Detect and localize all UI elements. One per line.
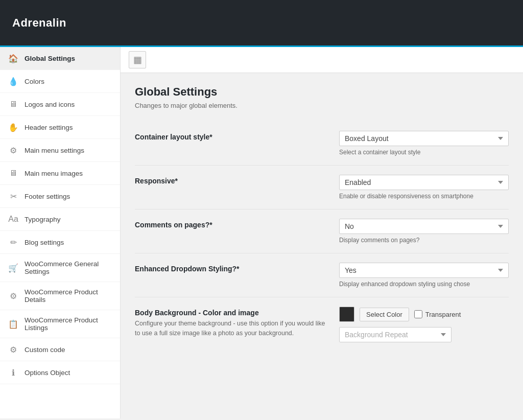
- sidebar-item-blog-settings[interactable]: ✏Blog settings: [0, 231, 120, 254]
- woocommerce-general-icon: 🛒: [8, 263, 18, 273]
- sidebar-item-logos-icons[interactable]: 🖥Logos and icons: [0, 93, 120, 116]
- header-settings-icon: ✋: [8, 122, 18, 132]
- main-content: Global Settings Changes to major global …: [121, 73, 523, 364]
- sidebar-item-label: Blog settings: [25, 239, 64, 246]
- settings-row-responsive: Responsive*EnabledDisabledEnable or disa…: [135, 165, 509, 209]
- sidebar-item-label: WooCommerce Product Details: [25, 288, 112, 304]
- sidebar-item-label: Main menu images: [25, 170, 83, 177]
- settings-row-enhanced-dropdown: Enhanced Dropdown Styling?*YesNoDisplay …: [135, 253, 509, 297]
- main-layout: 🏠Global Settings💧Colors🖥Logos and icons✋…: [0, 47, 523, 418]
- sidebar-item-label: Header settings: [25, 124, 73, 131]
- main-menu-images-icon: 🖥: [8, 168, 18, 178]
- settings-row-container-layout: Container layout style*Boxed LayoutFull …: [135, 122, 509, 165]
- sidebar-item-label: WooCommerce Product Listings: [25, 316, 112, 332]
- logos-icons-icon: 🖥: [8, 99, 18, 109]
- colors-icon: 💧: [8, 76, 18, 86]
- sidebar-item-label: Typography: [25, 216, 61, 223]
- sidebar-item-woocommerce-general[interactable]: 🛒WooCommerce General Settings: [0, 254, 120, 282]
- app-title: Adrenalin: [12, 16, 66, 30]
- options-object-icon: ℹ: [8, 367, 18, 378]
- responsive-select[interactable]: EnabledDisabled: [339, 175, 509, 190]
- comments-on-pages-label: Comments on pages?*: [135, 221, 329, 229]
- sidebar-item-label: Custom code: [25, 346, 65, 354]
- bg-repeat-select[interactable]: Background Repeatno-repeatrepeatrepeat-x…: [339, 327, 451, 342]
- enhanced-dropdown-hint: Display enhanced dropdown styling using …: [339, 281, 509, 288]
- sidebar: 🏠Global Settings💧Colors🖥Logos and icons✋…: [0, 47, 121, 418]
- page-subtitle: Changes to major global elements.: [135, 102, 509, 109]
- comments-on-pages-hint: Display comments on pages?: [339, 237, 509, 244]
- sidebar-item-label: Global Settings: [25, 55, 75, 62]
- container-layout-select[interactable]: Boxed LayoutFull Width Layout: [339, 131, 509, 146]
- grid-icon: ▦: [133, 54, 142, 65]
- body-background-desc: Configure your theme background - use th…: [135, 319, 329, 338]
- container-layout-hint: Select a container layout style: [339, 149, 509, 156]
- settings-container: Container layout style*Boxed LayoutFull …: [135, 122, 509, 352]
- main-toolbar: ▦: [121, 47, 523, 73]
- sidebar-item-global-settings[interactable]: 🏠Global Settings: [0, 47, 120, 70]
- transparent-label: Transparent: [414, 310, 461, 318]
- sidebar-item-colors[interactable]: 💧Colors: [0, 70, 120, 93]
- transparent-checkbox[interactable]: [414, 310, 422, 318]
- container-layout-label: Container layout style*: [135, 133, 329, 141]
- sidebar-item-label: Logos and icons: [25, 101, 75, 108]
- global-settings-icon: 🏠: [8, 53, 18, 63]
- responsive-hint: Enable or disable responsiveness on smar…: [339, 193, 509, 200]
- sidebar-item-label: Footer settings: [25, 193, 70, 200]
- enhanced-dropdown-select[interactable]: YesNo: [339, 263, 509, 278]
- select-color-button[interactable]: Select Color: [360, 308, 409, 321]
- sidebar-item-label: Main menu settings: [25, 147, 84, 154]
- custom-code-icon: ⚙: [8, 344, 18, 355]
- sidebar-item-options-object[interactable]: ℹOptions Object: [0, 361, 120, 384]
- responsive-label: Responsive*: [135, 177, 329, 185]
- sidebar-item-main-menu-settings[interactable]: ⚙Main menu settings: [0, 139, 120, 162]
- woocommerce-product-details-icon: ⚙: [8, 291, 18, 301]
- color-swatch[interactable]: [339, 307, 354, 322]
- sidebar-item-typography[interactable]: AaTypography: [0, 208, 120, 231]
- footer-settings-icon: ✂: [8, 191, 18, 201]
- sidebar-item-main-menu-images[interactable]: 🖥Main menu images: [0, 162, 120, 185]
- settings-row-comments-on-pages: Comments on pages?*YesNoDisplay comments…: [135, 209, 509, 253]
- top-bar: Adrenalin: [0, 0, 523, 47]
- main-area: ▦ Global Settings Changes to major globa…: [121, 47, 523, 418]
- sidebar-item-header-settings[interactable]: ✋Header settings: [0, 116, 120, 139]
- settings-row-body-background: Body Background - Color and imageConfigu…: [135, 297, 509, 352]
- sidebar-item-footer-settings[interactable]: ✂Footer settings: [0, 185, 120, 208]
- comments-on-pages-select[interactable]: YesNo: [339, 219, 509, 234]
- page-title: Global Settings: [135, 85, 509, 99]
- sidebar-item-woocommerce-product-listings[interactable]: 📋WooCommerce Product Listings: [0, 310, 120, 338]
- woocommerce-product-listings-icon: 📋: [8, 319, 18, 329]
- grid-view-button[interactable]: ▦: [129, 51, 146, 68]
- main-menu-settings-icon: ⚙: [8, 145, 18, 155]
- enhanced-dropdown-label: Enhanced Dropdown Styling?*: [135, 265, 329, 273]
- sidebar-item-label: Options Object: [25, 369, 70, 377]
- blog-settings-icon: ✏: [8, 237, 18, 247]
- body-background-label: Body Background - Color and image: [135, 309, 329, 317]
- sidebar-item-label: Colors: [25, 78, 44, 85]
- sidebar-item-custom-code[interactable]: ⚙Custom code: [0, 338, 120, 361]
- sidebar-item-woocommerce-product-details[interactable]: ⚙WooCommerce Product Details: [0, 282, 120, 310]
- sidebar-item-label: WooCommerce General Settings: [25, 260, 112, 275]
- typography-icon: Aa: [8, 214, 18, 224]
- transparent-text: Transparent: [425, 311, 461, 318]
